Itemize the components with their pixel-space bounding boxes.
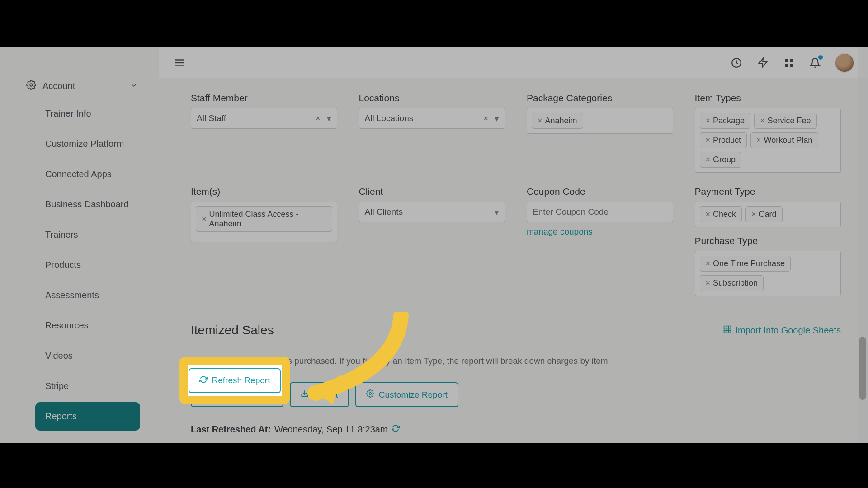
item-types-chipbox[interactable]: ×Package ×Service Fee ×Product ×Workout … xyxy=(695,108,841,173)
export-button[interactable]: Export xyxy=(290,382,349,407)
gear-icon xyxy=(366,389,374,400)
items-chipbox[interactable]: ×Unlimited Class Access - Anaheim xyxy=(191,202,337,242)
report-actions: Refresh Report Export Customize Report xyxy=(191,382,841,407)
filter-payment-purchase: Payment Type ×Check ×Card Purchase Type … xyxy=(695,186,841,296)
sidebar-group-label: Account xyxy=(42,81,75,91)
filter-package-categories: Package Categories ×Anaheim xyxy=(527,93,673,173)
refresh-report-button[interactable]: Refresh Report xyxy=(191,382,283,407)
filter-label: Item Types xyxy=(695,93,841,103)
sidebar-item-resources[interactable]: Resources xyxy=(35,311,140,340)
gear-icon xyxy=(26,80,36,92)
filter-label: Client xyxy=(359,186,505,197)
sidebar-item-reports[interactable]: Reports xyxy=(35,402,140,431)
chip-check[interactable]: ×Check xyxy=(700,206,742,222)
filter-label: Package Categories xyxy=(527,93,673,103)
remove-chip-icon[interactable]: × xyxy=(706,210,711,219)
last-refreshed-label: Last Refreshed At: xyxy=(191,424,271,435)
caret-down-icon[interactable]: ▾ xyxy=(327,113,331,124)
remove-chip-icon[interactable]: × xyxy=(706,259,711,268)
clear-icon[interactable]: × xyxy=(483,113,488,124)
chip-unlimited-class-access[interactable]: ×Unlimited Class Access - Anaheim xyxy=(196,206,332,232)
clear-icon[interactable]: × xyxy=(315,113,320,124)
chip-anaheim[interactable]: ×Anaheim xyxy=(532,113,583,129)
sidebar-item-assessments[interactable]: Assessments xyxy=(35,281,140,310)
app-wrapper: Account Trainer Info Customize Platform … xyxy=(0,47,868,443)
download-icon xyxy=(301,389,309,400)
sidebar-item-videos[interactable]: Videos xyxy=(35,342,140,370)
filter-label: Coupon Code xyxy=(527,186,673,197)
chip-card[interactable]: ×Card xyxy=(745,206,783,222)
svg-point-0 xyxy=(30,84,33,86)
sidebar-item-stripe[interactable]: Stripe xyxy=(35,372,140,400)
remove-chip-icon[interactable]: × xyxy=(706,278,711,288)
remove-chip-icon[interactable]: × xyxy=(760,116,765,126)
manage-coupons-link[interactable]: manage coupons xyxy=(527,227,593,237)
filter-locations: Locations All Locations ×▾ xyxy=(359,93,505,173)
filter-coupon-code: Coupon Code manage coupons xyxy=(527,186,673,296)
chevron-down-icon xyxy=(130,81,137,91)
refresh-icon xyxy=(202,389,210,400)
chip-workout-plan[interactable]: ×Workout Plan xyxy=(750,132,818,148)
last-refreshed-value: Wednesday, Sep 11 8:23am xyxy=(274,424,388,435)
chip-service-fee[interactable]: ×Service Fee xyxy=(754,113,817,129)
scrollbar-thumb[interactable] xyxy=(859,337,866,400)
main-content: Staff Member All Staff ×▾ Locations All … xyxy=(159,47,868,443)
sidebar-item-trainers[interactable]: Trainers xyxy=(35,221,140,249)
filter-client: Client All Clients ▾ xyxy=(359,186,505,296)
customize-report-button[interactable]: Customize Report xyxy=(355,382,458,407)
caret-down-icon[interactable]: ▾ xyxy=(495,207,499,217)
remove-chip-icon[interactable]: × xyxy=(756,136,761,145)
remove-chip-icon[interactable]: × xyxy=(751,210,756,219)
remove-chip-icon[interactable]: × xyxy=(706,116,711,126)
sheets-icon xyxy=(723,325,732,336)
scrollbar-track[interactable] xyxy=(858,47,868,443)
sidebar-group-account[interactable]: Account xyxy=(18,75,146,98)
filter-label: Locations xyxy=(359,93,505,103)
refresh-icon[interactable] xyxy=(392,424,400,435)
payment-type-chipbox[interactable]: ×Check ×Card xyxy=(695,202,841,227)
client-select[interactable]: All Clients ▾ xyxy=(359,202,505,222)
chip-package[interactable]: ×Package xyxy=(700,113,751,129)
remove-chip-icon[interactable]: × xyxy=(706,155,711,164)
locations-select[interactable]: All Locations ×▾ xyxy=(359,108,505,129)
package-categories-chipbox[interactable]: ×Anaheim xyxy=(527,108,673,134)
sidebar-item-trainer-info[interactable]: Trainer Info xyxy=(35,99,140,128)
caret-down-icon[interactable]: ▾ xyxy=(495,113,499,124)
sidebar-item-tags[interactable]: Tags xyxy=(35,432,140,443)
filter-items: Item(s) ×Unlimited Class Access - Anahei… xyxy=(191,186,337,296)
section-header: Itemized Sales Import Into Google Sheets xyxy=(191,323,841,344)
filter-label: Payment Type xyxy=(695,186,841,197)
import-google-sheets-link[interactable]: Import Into Google Sheets xyxy=(723,325,841,336)
filter-staff-member: Staff Member All Staff ×▾ xyxy=(191,93,337,173)
remove-chip-icon[interactable]: × xyxy=(538,116,542,126)
sidebar-item-customize-platform[interactable]: Customize Platform xyxy=(35,130,140,158)
filter-label: Item(s) xyxy=(191,186,337,197)
purchase-type-chipbox[interactable]: ×One Time Purchase ×Subscription xyxy=(695,251,841,296)
filter-item-types: Item Types ×Package ×Service Fee ×Produc… xyxy=(695,93,841,173)
filter-label: Purchase Type xyxy=(695,235,841,246)
section-description: An itemized list of all items purchased.… xyxy=(191,356,841,366)
svg-point-16 xyxy=(369,393,372,395)
remove-chip-icon[interactable]: × xyxy=(706,136,711,145)
last-refreshed: Last Refreshed At: Wednesday, Sep 11 8:2… xyxy=(191,424,841,435)
chip-one-time-purchase[interactable]: ×One Time Purchase xyxy=(700,256,791,272)
coupon-code-input[interactable] xyxy=(527,202,673,222)
filter-label: Staff Member xyxy=(191,93,337,103)
sidebar: Account Trainer Info Customize Platform … xyxy=(0,47,159,443)
section-title: Itemized Sales xyxy=(191,323,274,338)
sidebar-item-business-dashboard[interactable]: Business Dashboard xyxy=(35,190,140,219)
sidebar-item-connected-apps[interactable]: Connected Apps xyxy=(35,160,140,188)
chip-group[interactable]: ×Group xyxy=(700,152,742,168)
sidebar-item-products[interactable]: Products xyxy=(35,251,140,279)
chip-subscription[interactable]: ×Subscription xyxy=(700,275,764,291)
chip-product[interactable]: ×Product xyxy=(700,132,747,148)
remove-chip-icon[interactable]: × xyxy=(202,215,207,224)
staff-member-select[interactable]: All Staff ×▾ xyxy=(191,108,337,129)
svg-rect-10 xyxy=(724,326,731,333)
